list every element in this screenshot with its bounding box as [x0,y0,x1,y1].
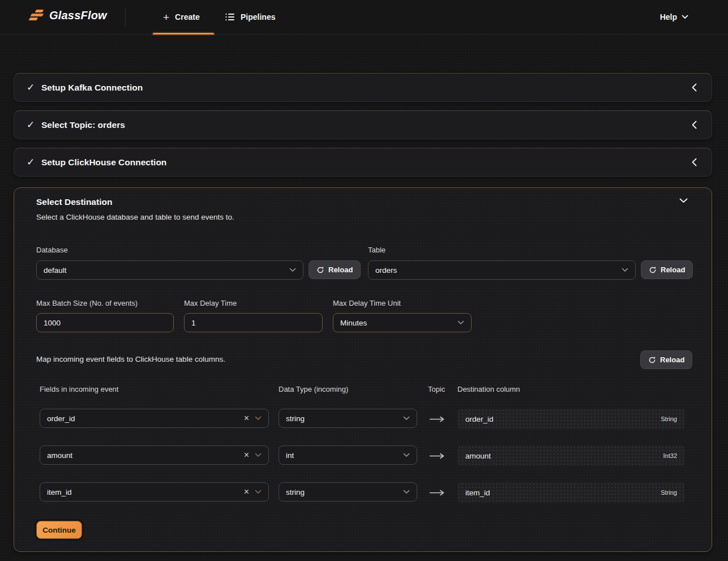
clear-icon[interactable]: × [244,487,249,497]
destination-column-pill: amount Int32 [457,446,685,466]
chevron-down-icon [403,490,410,494]
mapping-type-value: string [286,414,305,423]
chevron-left-icon[interactable] [692,121,697,129]
destination-column-name: item_id [465,489,490,497]
reload-tables-button[interactable]: Reload [641,260,693,279]
accordion-title: Select Topic: orders [41,120,125,130]
mapping-field-select[interactable]: order_id × [40,409,269,428]
accordion-clickhouse-connection[interactable]: ✓ Setup ClickHouse Connection [14,148,712,177]
mapping-field-value: order_id [47,414,75,423]
chevron-down-icon [255,416,262,421]
reload-mapping-button[interactable]: Reload [640,350,692,369]
mapping-type-select[interactable]: string [279,409,417,428]
database-select[interactable]: default [36,260,303,280]
max-delay-value: 1 [191,319,196,327]
app-window: GlassFlow + Create Pipelines Help ✓ Setu… [0,0,728,561]
chevron-left-icon[interactable] [692,158,697,166]
column-header-destination: Destination column [457,385,520,393]
chevron-left-icon[interactable] [692,83,697,92]
max-batch-input[interactable]: 1000 [36,313,174,332]
mapping-type-select[interactable]: int [279,446,417,465]
chevron-down-icon [457,320,464,325]
max-delay-input[interactable]: 1 [184,313,323,332]
plus-icon: + [163,12,169,23]
chevron-down-icon [255,453,262,457]
chevron-down-icon [403,416,410,421]
tab-pipelines[interactable]: Pipelines [225,0,275,34]
pipelines-list-icon [225,12,235,22]
chevron-down-icon [682,15,688,19]
tab-pipelines-label: Pipelines [241,12,275,22]
tab-create[interactable]: + Create [163,0,200,34]
destination-column-type: String [661,416,677,422]
reload-label: Reload [660,356,684,364]
reload-label: Reload [661,265,685,274]
max-delay-unit-value: Minutes [340,319,367,327]
section-subtitle: Select a ClickHouse database and table t… [36,213,234,221]
reload-databases-button[interactable]: Reload [309,260,361,279]
brand-logo[interactable]: GlassFlow [29,9,107,22]
table-label: Table [368,246,386,254]
table-select[interactable]: orders [368,260,636,280]
accordion-kafka-connection[interactable]: ✓ Setup Kafka Connection [14,73,712,102]
chevron-down-icon [255,490,262,494]
glassflow-logo-icon [29,10,45,22]
destination-column-name: order_id [465,415,494,423]
destination-column-name: amount [465,452,491,460]
mapping-type-value: int [286,451,294,460]
clear-icon[interactable]: × [244,450,249,460]
refresh-icon [649,266,657,274]
mapping-field-value: amount [47,451,72,460]
destination-column-pill: item_id String [457,482,685,503]
chevron-down-icon[interactable] [679,198,688,203]
mapping-type-value: string [286,488,305,496]
check-icon: ✓ [27,119,39,131]
tab-create-label: Create [175,12,200,22]
mapping-hint: Map incoming event fields to ClickHouse … [36,355,225,363]
destination-column-type: Int32 [663,452,677,459]
column-header-type: Data Type (incoming) [279,385,348,393]
arrow-right-icon [429,453,445,459]
section-title: Select Destination [36,197,112,207]
continue-button[interactable]: Continue [36,521,82,539]
check-icon: ✓ [27,82,39,93]
table-select-value: orders [375,266,397,275]
mapping-field-value: item_id [47,488,72,496]
max-batch-label: Max Batch Size (No. of events) [36,299,138,307]
database-select-value: default [44,266,67,275]
help-label: Help [660,12,677,22]
header-divider [125,7,126,27]
help-menu[interactable]: Help [660,0,688,34]
chevron-down-icon [622,268,628,272]
refresh-icon [316,266,324,274]
column-header-fields: Fields in incoming event [40,385,118,393]
arrow-right-icon [429,416,445,422]
mapping-type-select[interactable]: string [279,482,417,502]
accordion-title: Setup Kafka Connection [41,83,143,93]
check-icon: ✓ [27,156,39,168]
max-delay-unit-label: Max Delay Time Unit [333,299,401,307]
continue-label: Continue [42,526,76,534]
max-delay-unit-select[interactable]: Minutes [333,313,472,332]
accordion-select-topic[interactable]: ✓ Select Topic: orders [14,110,712,139]
clear-icon[interactable]: × [244,413,249,423]
active-tab-indicator [153,33,214,35]
refresh-icon [648,356,656,364]
mapping-field-select[interactable]: amount × [40,446,269,465]
database-label: Database [36,246,68,254]
chevron-down-icon [289,268,296,272]
reload-label: Reload [328,265,353,274]
mapping-field-select[interactable]: item_id × [40,482,269,502]
top-nav: GlassFlow + Create Pipelines Help [0,0,728,35]
chevron-down-icon [403,453,410,457]
brand-name: GlassFlow [49,9,107,22]
destination-column-type: String [661,489,677,496]
accordion-title: Setup ClickHouse Connection [41,157,166,168]
max-delay-label: Max Delay Time [184,299,237,307]
destination-column-pill: order_id String [457,409,685,429]
column-header-topic: Topic [428,385,445,393]
max-batch-value: 1000 [44,319,61,327]
arrow-right-icon [429,490,445,496]
